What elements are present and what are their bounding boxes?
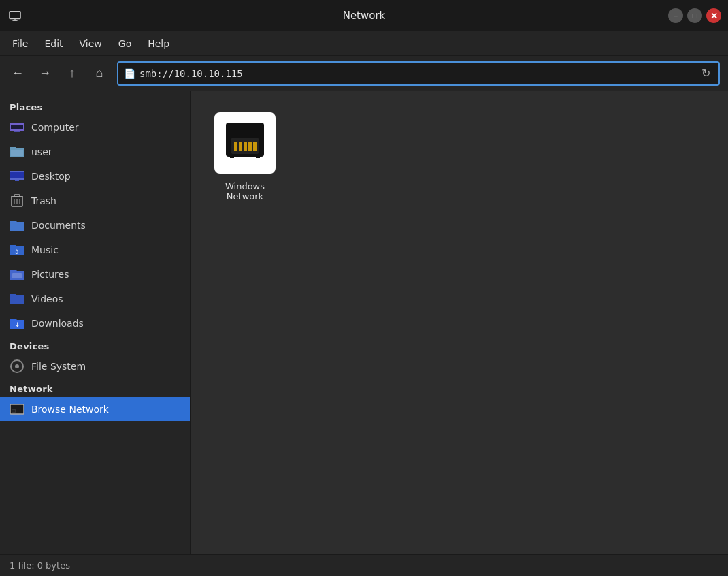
- sidebar-item-user-label: user: [31, 146, 52, 157]
- svg-rect-26: [234, 142, 237, 151]
- sidebar-item-filesystem-label: File System: [31, 361, 86, 372]
- menu-bar: File Edit View Go Help: [0, 31, 728, 56]
- sidebar-section-places: Places: [0, 97, 190, 115]
- sidebar-item-music[interactable]: ♫ Music: [0, 238, 190, 262]
- address-doc-icon: 📄: [124, 68, 135, 79]
- sidebar-item-filesystem[interactable]: File System: [0, 354, 190, 379]
- back-button[interactable]: ←: [5, 61, 30, 86]
- svg-rect-0: [10, 12, 20, 19]
- svg-rect-28: [244, 142, 247, 151]
- app-icon: [8, 9, 22, 22]
- minimize-button[interactable]: –: [668, 8, 683, 23]
- window-title: Network: [343, 10, 386, 22]
- sidebar-item-trash-label: Trash: [31, 195, 56, 206]
- sidebar-item-downloads-label: Downloads: [31, 318, 84, 329]
- windows-network-label: Windows Network: [210, 181, 280, 202]
- svg-rect-12: [14, 195, 20, 197]
- svg-text:↓: ↓: [15, 321, 20, 328]
- svg-rect-23: [12, 410, 15, 412]
- svg-rect-29: [248, 142, 252, 151]
- svg-rect-9: [15, 180, 19, 181]
- address-input[interactable]: [139, 68, 699, 79]
- menu-view[interactable]: View: [73, 35, 109, 52]
- svg-rect-4: [11, 125, 23, 129]
- home-button[interactable]: ⌂: [87, 61, 112, 86]
- svg-rect-30: [253, 142, 257, 151]
- sidebar-item-computer-label: Computer: [31, 122, 79, 133]
- windows-network-icon-large: [212, 110, 278, 176]
- svg-text:♫: ♫: [14, 249, 18, 255]
- menu-file[interactable]: File: [5, 35, 35, 52]
- title-bar: Network – □ ✕: [0, 0, 728, 31]
- svg-rect-5: [14, 131, 20, 132]
- sidebar-section-network: Network: [0, 379, 190, 397]
- menu-edit[interactable]: Edit: [37, 35, 69, 52]
- svg-point-20: [15, 364, 19, 368]
- svg-rect-31: [230, 154, 234, 158]
- sidebar-item-desktop-label: Desktop: [31, 171, 71, 182]
- sidebar-item-desktop[interactable]: Desktop: [0, 164, 190, 189]
- window-controls: – □ ✕: [668, 8, 721, 23]
- menu-help[interactable]: Help: [141, 35, 176, 52]
- file-item-windows-network[interactable]: Windows Network: [204, 105, 286, 541]
- music-icon: ♫: [10, 242, 24, 257]
- computer-icon: [10, 120, 24, 135]
- file-grid: Windows Network: [204, 105, 714, 541]
- forward-button[interactable]: →: [33, 61, 57, 86]
- toolbar: ← → ↑ ⌂ 📄 ↻: [0, 56, 728, 91]
- sidebar-item-downloads[interactable]: ↓ Downloads: [0, 311, 190, 336]
- svg-rect-6: [11, 150, 23, 156]
- content-area: Windows Network: [191, 91, 728, 554]
- address-bar: 📄 ↻: [117, 61, 720, 86]
- trash-icon: [10, 193, 24, 208]
- close-button[interactable]: ✕: [706, 8, 721, 23]
- sidebar-item-videos-label: Videos: [31, 293, 63, 304]
- sidebar-item-trash[interactable]: Trash: [0, 189, 190, 213]
- sidebar-item-pictures-label: Pictures: [31, 269, 69, 280]
- filesystem-icon: [10, 359, 24, 374]
- svg-rect-27: [239, 142, 242, 151]
- videos-icon: [10, 291, 24, 306]
- svg-rect-32: [256, 154, 260, 158]
- maximize-button[interactable]: □: [687, 8, 702, 23]
- desktop-icon: [10, 169, 24, 184]
- sidebar-item-pictures[interactable]: Pictures: [0, 262, 190, 287]
- sidebar-item-computer[interactable]: Computer: [0, 115, 190, 140]
- sidebar-item-browse-network-label: Browse Network: [31, 404, 109, 415]
- refresh-button[interactable]: ↻: [699, 65, 713, 81]
- network-icon: [10, 402, 24, 417]
- documents-icon: [10, 218, 24, 233]
- svg-rect-17: [12, 273, 22, 278]
- status-bar: 1 file: 0 bytes: [0, 554, 728, 576]
- status-text: 1 file: 0 bytes: [10, 560, 70, 571]
- downloads-icon: ↓: [10, 316, 24, 331]
- sidebar-item-documents-label: Documents: [31, 220, 86, 231]
- sidebar: Places Computer user Desktop Trash: [0, 91, 191, 554]
- svg-rect-8: [10, 172, 24, 178]
- folder-user-icon: [10, 144, 24, 159]
- menu-go[interactable]: Go: [112, 35, 138, 52]
- main-content: Places Computer user Desktop Trash: [0, 91, 728, 554]
- up-button[interactable]: ↑: [60, 61, 84, 86]
- pictures-icon: [10, 267, 24, 282]
- sidebar-item-browse-network[interactable]: Browse Network: [0, 397, 190, 421]
- sidebar-section-devices: Devices: [0, 336, 190, 354]
- sidebar-item-videos[interactable]: Videos: [0, 287, 190, 311]
- sidebar-item-user[interactable]: user: [0, 140, 190, 164]
- sidebar-item-music-label: Music: [31, 244, 59, 255]
- sidebar-item-documents[interactable]: Documents: [0, 213, 190, 238]
